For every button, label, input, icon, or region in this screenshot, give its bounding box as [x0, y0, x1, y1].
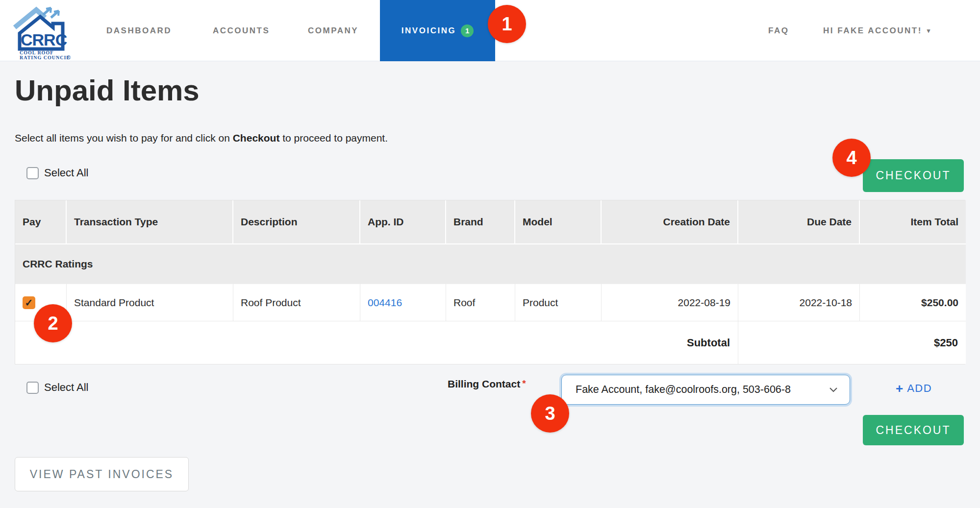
column-header-pay: Pay	[15, 200, 67, 244]
column-header-item-total: Item Total	[860, 200, 966, 244]
annotation-marker-4: 4	[832, 139, 871, 177]
column-header-app-id: App. ID	[360, 200, 446, 244]
instructions-suffix: to proceed to payment.	[279, 132, 388, 144]
billing-contact-selected-value: Fake Account, fake@coolroofs.org, 503-60…	[576, 384, 829, 396]
nav-item-accounts[interactable]: ACCOUNTS	[213, 0, 270, 61]
crrc-house-icon: CRRC COOL ROOF RATING COUNCIL ®	[12, 3, 75, 60]
account-menu-label: HI FAKE ACCOUNT!	[823, 26, 922, 36]
billing-contact-select[interactable]: Fake Account, fake@coolroofs.org, 503-60…	[561, 375, 850, 405]
logo-caption-2: RATING COUNCIL	[20, 55, 70, 60]
plus-icon: +	[896, 382, 903, 395]
subtotal-value: $250	[738, 321, 966, 364]
nav-item-dashboard[interactable]: DASHBOARD	[106, 0, 172, 61]
checkmark-icon: ✓	[25, 298, 33, 308]
crrc-logo[interactable]: CRRC COOL ROOF RATING COUNCIL ®	[12, 3, 75, 60]
registered-trademark-icon: ®	[67, 54, 71, 60]
instructions-checkout-word: Checkout	[233, 132, 280, 144]
row-due-date: 2022-10-18	[738, 284, 860, 321]
checkout-button-bottom[interactable]: CHECKOUT	[863, 415, 964, 445]
checkout-button-top[interactable]: CHECKOUT	[863, 159, 964, 192]
nav-item-faq[interactable]: FAQ	[768, 0, 789, 61]
row-description: Roof Product	[233, 284, 360, 321]
column-header-transaction-type: Transaction Type	[67, 200, 233, 244]
annotation-marker-1: 1	[488, 5, 526, 43]
table-section-crrc-ratings: CRRC Ratings	[15, 244, 966, 284]
app-id-link[interactable]: 004416	[368, 297, 402, 309]
row-item-total: $250.00	[860, 284, 966, 321]
add-button-label: ADD	[907, 382, 932, 395]
column-header-due-date: Due Date	[738, 200, 860, 244]
nav-item-invoicing-active[interactable]: INVOICING 1	[380, 0, 495, 61]
column-header-model: Model	[515, 200, 602, 244]
logo-acronym: CRRC	[21, 30, 67, 49]
view-past-invoices-button[interactable]: VIEW PAST INVOICES	[15, 457, 189, 491]
unpaid-items-table: Pay Transaction Type Description App. ID…	[15, 200, 965, 364]
chevron-down-icon: ▾	[927, 27, 931, 34]
select-all-bottom-checkbox[interactable]	[26, 382, 39, 394]
page-root: CRRC COOL ROOF RATING COUNCIL ® DASHBOAR…	[0, 0, 980, 508]
row-transaction-type: Standard Product	[67, 284, 233, 321]
row-app-id-cell: 004416	[360, 284, 446, 321]
select-chevron-down-icon	[829, 387, 838, 392]
billing-contact-label-text: Billing Contact	[448, 378, 520, 389]
select-all-top-checkbox[interactable]	[26, 167, 39, 179]
select-all-bottom-label: Select All	[44, 381, 89, 394]
select-all-bottom-row: Select All	[26, 381, 89, 394]
row-model: Product	[515, 284, 602, 321]
invoicing-tab-label: INVOICING	[402, 26, 456, 36]
select-all-top-row: Select All	[26, 167, 89, 179]
row-creation-date: 2022-08-19	[602, 284, 738, 321]
row-brand: Roof	[446, 284, 515, 321]
select-all-top-label: Select All	[44, 167, 89, 179]
invoicing-count-badge: 1	[461, 24, 474, 37]
billing-contact-label: Billing Contact*	[448, 378, 526, 390]
account-menu[interactable]: HI FAKE ACCOUNT! ▾	[823, 0, 931, 61]
row-pay-checkbox-checked[interactable]: ✓	[23, 296, 35, 309]
page-title: Unpaid Items	[15, 73, 200, 107]
column-header-creation-date: Creation Date	[602, 200, 738, 244]
column-header-brand: Brand	[446, 200, 515, 244]
add-billing-contact-button[interactable]: + ADD	[896, 382, 932, 395]
subtotal-label: Subtotal	[15, 321, 738, 364]
annotation-marker-3: 3	[531, 394, 569, 433]
annotation-marker-2: 2	[34, 304, 72, 342]
required-asterisk: *	[522, 378, 526, 388]
instructions-prefix: Select all items you wish to pay for and…	[15, 132, 233, 144]
nav-item-company[interactable]: COMPANY	[308, 0, 358, 61]
column-header-description: Description	[233, 200, 360, 244]
instructions-text: Select all items you wish to pay for and…	[15, 132, 388, 144]
